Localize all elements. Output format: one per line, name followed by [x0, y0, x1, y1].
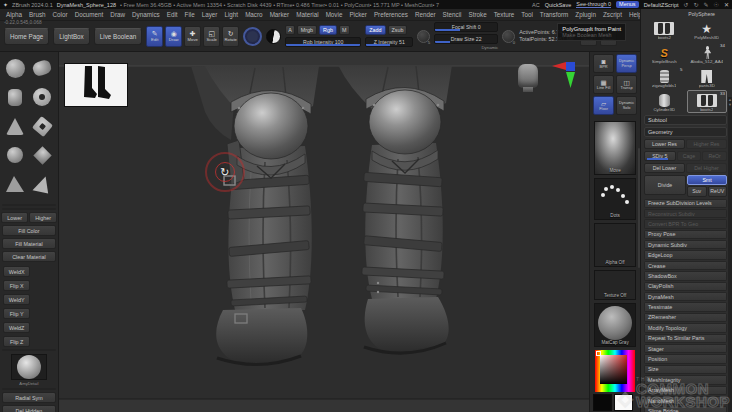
geometry-subpalette-item[interactable]: ClayPolish [644, 282, 727, 291]
geometry-subpalette-item[interactable]: EdgeLoop [644, 250, 727, 259]
paint-ring-icon[interactable] [243, 27, 262, 46]
solo-button[interactable]: Dynamic Solo [616, 96, 637, 115]
geometry-subpalette-item[interactable]: Crease [644, 261, 727, 270]
mode-button[interactable]: ✚ Move [184, 26, 201, 47]
menu-item[interactable]: Movie [326, 11, 343, 18]
geometry-subpalette-item[interactable]: Slime Bridge [644, 406, 727, 412]
tool-item[interactable]: 5 zigzagfolds1 [644, 66, 685, 89]
menu-item[interactable]: Marker [270, 11, 290, 18]
geometry-subpalette-item[interactable]: Dynamic Subdiv [644, 240, 727, 249]
mode-button[interactable]: ↻ Rotate [222, 26, 239, 47]
camview-head-widget[interactable] [517, 64, 539, 94]
current-material-thumbnail[interactable]: MatCap Gray [594, 303, 636, 347]
user-icon[interactable]: ☉ [714, 1, 719, 8]
menu-item[interactable]: Draw [110, 11, 125, 18]
quickpick-torus[interactable] [29, 83, 55, 111]
lower-button[interactable]: Lower [1, 212, 29, 223]
fill-button[interactable]: Clear Material [2, 251, 56, 262]
menu-item[interactable]: Layer [202, 11, 218, 18]
menu-item[interactable]: Picker [349, 11, 367, 18]
default-zscript-button[interactable]: DefaultZScript [644, 2, 679, 8]
home-page-button[interactable]: Home Page [4, 28, 49, 45]
quickpick-prism[interactable] [29, 170, 55, 198]
geometry-subpalette-item[interactable]: MeshIntegrity [644, 375, 727, 384]
floor-button[interactable]: ▱ Floor [593, 96, 614, 115]
z-intensity-slider[interactable]: Z Intensity 51 [365, 37, 413, 47]
bpr-button[interactable]: ◙ BPR [593, 54, 614, 73]
main-color-swatch[interactable] [614, 394, 633, 411]
menu-item[interactable]: Document [75, 11, 104, 18]
reuv-button[interactable]: ReUV [708, 186, 728, 197]
lower-res-button[interactable]: Lower Res [644, 139, 685, 150]
weld-flip-button[interactable]: WeldY [3, 294, 31, 305]
menu-item[interactable]: Macro [245, 11, 263, 18]
persp-button[interactable]: Dynamic Persp [616, 54, 637, 73]
rgb-intensity-slider[interactable]: Rgb Intensity 100 [285, 37, 361, 47]
menu-item[interactable]: Alpha [6, 11, 22, 18]
menu-item[interactable]: Dynamics [132, 11, 160, 18]
saturation-square[interactable] [600, 355, 627, 384]
menu-item[interactable]: Stroke [468, 11, 486, 18]
tool-item[interactable]: Cylinder3D [644, 90, 685, 113]
del-lower-button[interactable]: Del Lower [644, 163, 685, 174]
higher-button[interactable]: Higher [29, 212, 57, 223]
transp-button[interactable]: ◫ Transp [616, 75, 637, 94]
current-brush-thumbnail[interactable]: Move [594, 121, 636, 175]
quickpick-tilted-cylinder[interactable] [29, 54, 55, 82]
visibility-button[interactable]: Radial Sym [2, 392, 56, 403]
menu-item[interactable]: Zplugin [575, 11, 596, 18]
geometry-subpalette-item[interactable]: Convert BPR To Geo [644, 219, 727, 228]
current-texture-thumbnail[interactable]: Texture Off [594, 270, 636, 300]
menu-item[interactable]: Texture [494, 11, 515, 18]
geometry-subpalette-item[interactable]: Freeze SubDivision Levels [644, 199, 727, 208]
menu-item[interactable]: Color [53, 11, 68, 18]
geometry-subpalette-item[interactable]: Position [644, 354, 727, 363]
document-preview-thumbnail[interactable] [64, 63, 128, 107]
quickpick-sphere2[interactable] [2, 141, 28, 169]
tool-item[interactable]: pants3D [687, 66, 728, 89]
line-fill-button[interactable]: ▦ Line Fill [593, 75, 614, 94]
close-window-button[interactable]: ✕ [724, 1, 729, 8]
weld-flip-button[interactable]: WeldZ [3, 322, 31, 333]
menu-item[interactable]: Stencil [443, 11, 462, 18]
gravity-knob-icon[interactable]: 5 [417, 30, 430, 43]
weld-flip-button[interactable]: Flip Z [3, 336, 31, 347]
smt-toggle[interactable]: Smt [687, 175, 727, 186]
reor-button[interactable]: ReOr [702, 151, 727, 162]
brush-config-icon[interactable]: ✎ [704, 1, 709, 8]
axis-gizmo[interactable] [551, 60, 581, 90]
geometry-subpalette-item[interactable]: Size [644, 365, 727, 374]
menu-item[interactable]: Material [296, 11, 318, 18]
mode-button[interactable]: ✎ Edit [146, 26, 163, 47]
mode-button[interactable]: ◱ Scale [203, 26, 220, 47]
geometry-subpalette-item[interactable]: ZRemesher [644, 313, 727, 322]
mode-button[interactable]: ◉ Draw [165, 26, 182, 47]
geometry-subpalette-item[interactable]: DynaMesh [644, 292, 727, 301]
menu-item[interactable]: Zscript [603, 11, 622, 18]
menu-item[interactable]: Preferences [374, 11, 408, 18]
geometry-subpalette-item[interactable]: Tessimate [644, 302, 727, 311]
current-stroke-thumbnail[interactable]: Dots [594, 178, 636, 220]
zadd-button[interactable]: Zadd [365, 25, 385, 35]
menus-button[interactable]: Menus [616, 1, 639, 8]
divide-button[interactable]: Divide [644, 175, 686, 195]
focal-shift-slider[interactable]: Focal Shift 0 [434, 22, 498, 32]
visibility-button[interactable]: Del Hidden [2, 405, 56, 412]
menu-item[interactable]: Tool [521, 11, 533, 18]
sculpt-viewport[interactable]: ↻ [59, 52, 589, 412]
dynamic-mode-label[interactable]: Dynamic [481, 45, 498, 50]
secondary-color-swatch[interactable] [593, 394, 612, 411]
quickpick-sphere[interactable] [2, 54, 28, 82]
menu-item[interactable]: Render [415, 11, 436, 18]
color-picker[interactable] [595, 350, 635, 392]
anchor-button[interactable]: A [285, 25, 295, 35]
mrgb-button[interactable]: Mrgb [297, 25, 317, 35]
tool-item[interactable]: SimpleBrush [644, 42, 685, 65]
material-sphere-icon[interactable] [266, 29, 281, 44]
tool-item[interactable]: 33 boots2 [687, 90, 728, 113]
quickpick-ring[interactable] [29, 112, 55, 140]
geometry-subpalette-item[interactable]: Stager [644, 344, 727, 353]
geometry-subpalette-item[interactable]: Proxy Pose [644, 230, 727, 239]
weld-flip-button[interactable]: WeldX [3, 266, 31, 277]
fill-button[interactable]: Fill Color [2, 225, 56, 236]
